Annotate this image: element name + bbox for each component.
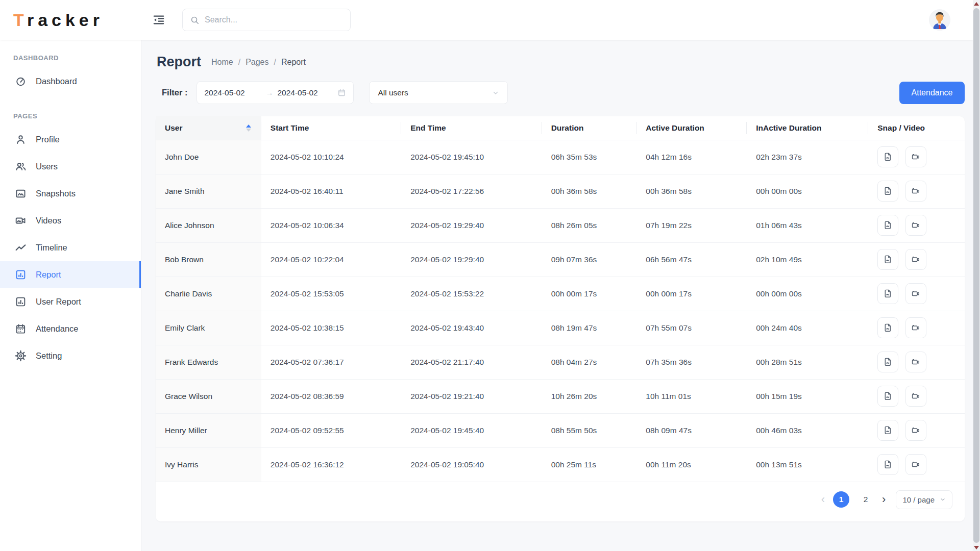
sidebar-item-snapshots[interactable]: Snapshots: [0, 180, 141, 207]
outdent-icon: [152, 13, 165, 27]
video-camera-icon: [911, 186, 921, 196]
cell-active-duration: 10h 11m 01s: [636, 379, 747, 413]
sidebar-item-dashboard[interactable]: Dashboard: [0, 68, 141, 95]
end-date-input[interactable]: [277, 88, 334, 97]
snapshot-button[interactable]: [877, 181, 898, 202]
logo-accent-letter: T: [13, 10, 27, 30]
pagination-page-1[interactable]: 1: [833, 491, 849, 508]
date-range-arrow-icon: →: [265, 88, 273, 97]
sidebar-item-timeline[interactable]: Timeline: [0, 234, 141, 261]
snapshot-button[interactable]: [877, 283, 898, 304]
cell-end-time: 2024-05-02 21:17:40: [401, 345, 542, 379]
snapshot-button[interactable]: [877, 215, 898, 236]
sidebar-item-label: Attendance: [36, 324, 78, 334]
pagination-prev-button[interactable]: ‹: [821, 494, 825, 505]
cell-start-time: 2024-05-02 09:52:55: [261, 413, 401, 447]
cell-duration: 08h 04m 27s: [542, 345, 637, 379]
gear-icon: [14, 350, 27, 362]
video-button[interactable]: [905, 454, 926, 475]
cell-duration: 10h 26m 20s: [542, 379, 637, 413]
cell-inactive-duration: 02h 10m 49s: [747, 242, 868, 277]
triangle-up-icon: [974, 2, 979, 6]
breadcrumb-home[interactable]: Home: [211, 58, 233, 67]
cell-start-time: 2024-05-02 07:36:17: [261, 345, 401, 379]
video-button[interactable]: [905, 249, 926, 270]
pagination: ‹ 1 2 › 10 / page: [156, 482, 965, 512]
cell-duration: 08h 55m 50s: [542, 413, 637, 447]
sidebar-item-attendance[interactable]: Attendance: [0, 315, 141, 342]
line-chart-icon: [14, 242, 27, 254]
sidebar-item-label: User Report: [36, 297, 81, 307]
attendance-button[interactable]: Attendance: [899, 82, 965, 104]
sidebar-item-users[interactable]: Users: [0, 153, 141, 180]
file-image-icon: [883, 391, 893, 401]
file-image-icon: [883, 220, 893, 230]
page-size-select[interactable]: 10 / page: [896, 490, 952, 509]
file-image-icon: [883, 152, 893, 162]
user-avatar[interactable]: [929, 9, 950, 31]
column-header-end-time: End Time: [401, 116, 542, 140]
column-header-duration: Duration: [542, 116, 637, 140]
cell-start-time: 2024-05-02 10:10:24: [261, 140, 401, 174]
snapshot-button[interactable]: [877, 386, 898, 407]
page-title: Report: [157, 54, 201, 70]
sidebar-item-setting[interactable]: Setting: [0, 342, 141, 369]
scrollbar-thumb[interactable]: [973, 8, 979, 543]
breadcrumb-pages[interactable]: Pages: [246, 58, 268, 67]
video-button[interactable]: [905, 386, 926, 407]
table-row: Henry Miller 2024-05-02 09:52:55 2024-05…: [156, 413, 965, 447]
video-button[interactable]: [905, 146, 926, 167]
cell-user: Jane Smith: [156, 174, 261, 208]
pagination-next-button[interactable]: ›: [882, 494, 886, 505]
video-button[interactable]: [905, 352, 926, 372]
search-input[interactable]: [205, 15, 343, 24]
snapshot-button[interactable]: [877, 146, 898, 167]
sidebar-item-videos[interactable]: Videos: [0, 207, 141, 234]
cell-end-time: 2024-05-02 19:21:40: [401, 379, 542, 413]
scrollbar-up-arrow[interactable]: [973, 0, 980, 7]
video-camera-icon: [911, 289, 921, 298]
snapshot-button[interactable]: [877, 249, 898, 270]
column-header-user[interactable]: User: [156, 116, 261, 140]
cell-duration: 08h 26m 05s: [542, 208, 637, 242]
bar-chart-icon: [14, 269, 27, 281]
file-image-icon: [883, 186, 893, 196]
cell-inactive-duration: 00h 15m 19s: [747, 379, 868, 413]
cell-duration: 08h 19m 47s: [542, 311, 637, 345]
sidebar-item-label: Report: [36, 270, 61, 280]
video-button[interactable]: [905, 215, 926, 236]
cell-start-time: 2024-05-02 08:36:59: [261, 379, 401, 413]
cell-end-time: 2024-05-02 15:53:22: [401, 277, 542, 311]
sidebar-item-label: Users: [36, 162, 58, 171]
date-range-picker[interactable]: →: [197, 81, 354, 104]
cell-end-time: 2024-05-02 19:29:40: [401, 242, 542, 277]
breadcrumb: Home / Pages / Report: [211, 58, 306, 67]
triangle-down-icon: [974, 546, 979, 549]
video-button[interactable]: [905, 317, 926, 338]
cell-active-duration: 00h 00m 17s: [636, 277, 747, 311]
calendar-suffix-icon[interactable]: [337, 88, 346, 97]
pagination-page-2[interactable]: 2: [857, 491, 874, 508]
cell-snap-video: [868, 345, 965, 379]
video-camera-icon: [911, 323, 921, 333]
video-camera-icon: [911, 220, 921, 230]
user-filter-select[interactable]: All users: [369, 81, 508, 104]
sidebar-item-user-report[interactable]: User Report: [0, 288, 141, 315]
cell-snap-video: [868, 208, 965, 242]
cell-end-time: 2024-05-02 19:29:40: [401, 208, 542, 242]
cell-active-duration: 00h 36m 58s: [636, 174, 747, 208]
video-button[interactable]: [905, 420, 926, 441]
section-label-dashboard: DASHBOARD: [0, 48, 141, 68]
sidebar-collapse-button[interactable]: [151, 12, 167, 28]
start-date-input[interactable]: [204, 88, 261, 97]
sidebar-item-profile[interactable]: Profile: [0, 126, 141, 153]
sidebar-item-report[interactable]: Report: [0, 261, 141, 288]
video-button[interactable]: [905, 181, 926, 202]
video-button[interactable]: [905, 283, 926, 304]
snapshot-button[interactable]: [877, 317, 898, 338]
scrollbar-down-arrow[interactable]: [973, 544, 980, 551]
snapshot-button[interactable]: [877, 420, 898, 441]
page-header: Report Home / Pages / Report: [156, 54, 965, 70]
snapshot-button[interactable]: [877, 352, 898, 372]
snapshot-button[interactable]: [877, 454, 898, 475]
